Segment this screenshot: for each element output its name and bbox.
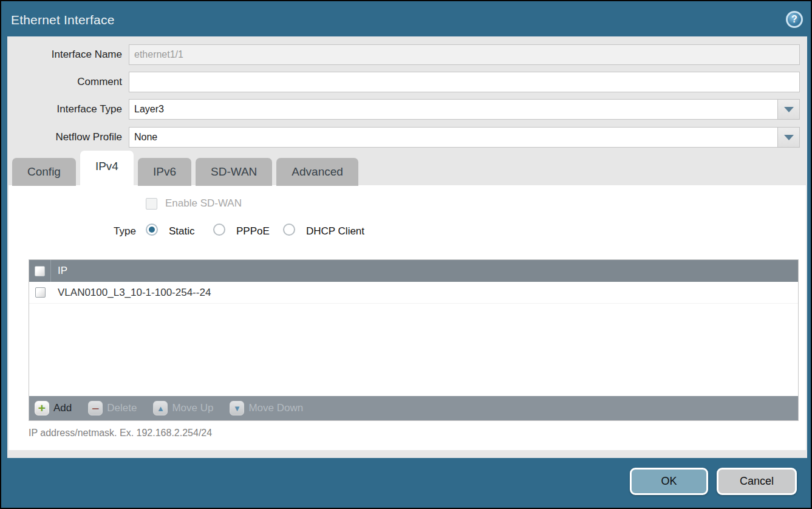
ok-button-label: OK <box>661 475 677 488</box>
netflow-profile-row: Netflow Profile <box>7 127 800 148</box>
ipv4-tab-panel: Enable SD-WAN Type Static PPPoE DHCP Cli… <box>9 185 806 450</box>
radio-static[interactable] <box>146 224 158 236</box>
radio-pppoe-label[interactable]: PPPoE <box>236 225 270 237</box>
minus-icon: – <box>88 401 103 415</box>
arrow-up-icon: ▲ <box>153 401 168 415</box>
cancel-button-label: Cancel <box>740 475 774 488</box>
interface-type-dropdown-button[interactable] <box>777 99 800 120</box>
comment-row: Comment <box>7 72 800 92</box>
add-button[interactable]: + Add <box>35 401 72 415</box>
comment-label: Comment <box>7 76 129 88</box>
help-icon[interactable]: ? <box>786 11 803 28</box>
row-checkbox-cell <box>29 287 51 298</box>
chevron-down-icon <box>784 135 794 140</box>
radio-dhcp-client[interactable] <box>283 224 295 236</box>
radio-static-label[interactable]: Static <box>169 225 195 237</box>
netflow-profile-label: Netflow Profile <box>7 131 129 143</box>
interface-name-field <box>129 44 800 65</box>
tab-ipv4[interactable]: IPv4 <box>80 151 134 186</box>
dialog-body: Interface Name Comment Interface Type <box>7 36 807 458</box>
ethernet-interface-dialog: Ethernet Interface ? Interface Name Comm… <box>1 1 811 508</box>
tab-config[interactable]: Config <box>12 158 76 186</box>
interface-name-label: Interface Name <box>7 49 129 61</box>
interface-type-label: Interface Type <box>7 103 129 115</box>
tab-advanced[interactable]: Advanced <box>276 158 358 186</box>
tab-sdwan[interactable]: SD-WAN <box>196 158 272 186</box>
screen: Ethernet Interface ? Interface Name Comm… <box>0 0 812 509</box>
move-down-button: ▼ Move Down <box>230 401 303 415</box>
plus-icon: + <box>35 401 49 415</box>
dialog-title: Ethernet Interface <box>11 13 115 27</box>
radio-pppoe[interactable] <box>213 224 225 236</box>
table-row[interactable]: VLAN0100_L3_10-1-100-254--24 <box>29 282 798 304</box>
ip-format-hint: IP address/netmask. Ex. 192.168.2.254/24 <box>29 428 212 439</box>
interface-name-row: Interface Name <box>7 44 800 65</box>
delete-button-label: Delete <box>107 402 137 414</box>
type-radio-group: Type Static PPPoE DHCP Client <box>9 224 806 239</box>
netflow-profile-dropdown-button[interactable] <box>777 127 800 148</box>
ip-column-header: IP <box>51 265 67 277</box>
tab-ipv4-label: IPv4 <box>95 160 118 173</box>
tab-sdwan-label: SD-WAN <box>211 165 257 179</box>
tab-bar: Config IPv4 IPv6 SD-WAN Advanced <box>12 154 358 186</box>
ip-cell-value: VLAN0100_L3_10-1-100-254--24 <box>51 287 211 299</box>
tab-ipv6[interactable]: IPv6 <box>138 158 191 186</box>
tab-advanced-label: Advanced <box>292 165 343 179</box>
header-checkbox-cell <box>29 260 51 282</box>
select-all-checkbox[interactable] <box>35 266 45 276</box>
enable-sdwan-label: Enable SD-WAN <box>165 197 242 210</box>
enable-sdwan-checkbox <box>146 198 157 210</box>
table-toolbar: + Add – Delete ▲ Move Up ▼ <box>29 396 798 420</box>
form-area: Interface Name Comment Interface Type <box>7 44 800 154</box>
add-button-label: Add <box>53 402 72 414</box>
enable-sdwan-row: Enable SD-WAN <box>146 197 242 210</box>
arrow-down-icon: ▼ <box>230 401 244 415</box>
row-checkbox[interactable] <box>35 287 46 298</box>
chevron-down-icon <box>784 107 794 112</box>
radio-dhcp-client-label[interactable]: DHCP Client <box>306 225 364 237</box>
cancel-button[interactable]: Cancel <box>717 468 797 495</box>
move-down-button-label: Move Down <box>248 402 303 414</box>
ip-table: IP VLAN0100_L3_10-1-100-254--24 + Add <box>29 259 799 421</box>
move-up-button: ▲ Move Up <box>153 401 213 415</box>
move-up-button-label: Move Up <box>172 402 213 414</box>
interface-type-field[interactable] <box>129 99 777 120</box>
netflow-profile-field[interactable] <box>129 127 777 148</box>
table-empty-area <box>29 304 798 396</box>
comment-field[interactable] <box>129 72 800 92</box>
help-icon-glyph: ? <box>791 14 797 25</box>
tab-ipv6-label: IPv6 <box>153 165 176 179</box>
ok-button[interactable]: OK <box>630 468 708 495</box>
type-label: Type <box>114 225 136 237</box>
interface-type-row: Interface Type <box>7 99 800 120</box>
ip-table-header: IP <box>29 260 798 282</box>
tab-config-label: Config <box>27 165 61 179</box>
delete-button: – Delete <box>88 401 137 415</box>
